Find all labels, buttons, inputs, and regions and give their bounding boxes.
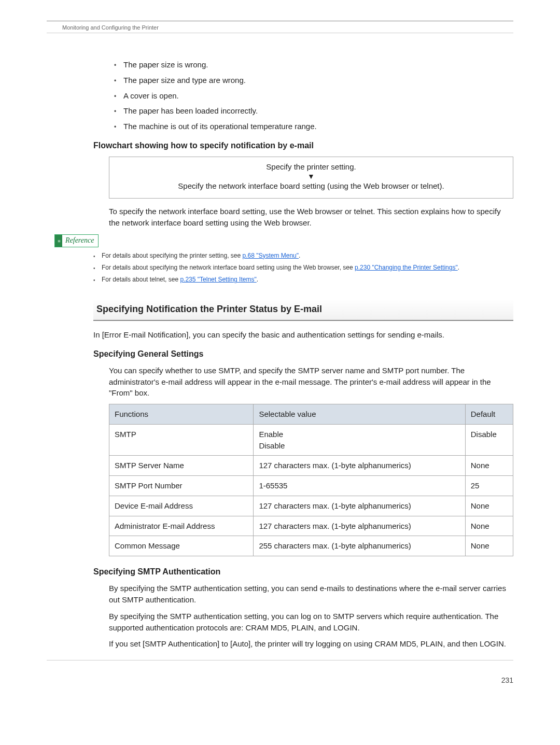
cell-default: None bbox=[465, 496, 513, 516]
list-item: The machine is out of its operational te… bbox=[114, 121, 513, 132]
running-header: Monitoring and Configuring the Printer bbox=[47, 24, 513, 33]
section-heading: Specifying Notification the Printer Stat… bbox=[93, 299, 513, 321]
cell-function: SMTP bbox=[109, 424, 254, 456]
smtp-auth-heading: Specifying SMTP Authentication bbox=[93, 566, 513, 578]
col-selectable: Selectable value bbox=[254, 404, 465, 425]
table-row: Common Message 255 characters max. (1-by… bbox=[109, 536, 513, 556]
table-header-row: Functions Selectable value Default bbox=[109, 404, 513, 425]
top-rule bbox=[47, 21, 513, 21]
cell-selectable: 127 characters max. (1-byte alphanumeric… bbox=[254, 496, 465, 516]
table-row: Administrator E-mail Address 127 charact… bbox=[109, 516, 513, 536]
flow-note: To specify the network interface board s… bbox=[109, 206, 513, 229]
table-row: SMTP Enable Disable Disable bbox=[109, 424, 513, 456]
page-number: 231 bbox=[501, 676, 513, 684]
cell-default: None bbox=[465, 456, 513, 476]
page: Monitoring and Configuring the Printer T… bbox=[0, 0, 560, 700]
reference-suffix: . bbox=[458, 264, 459, 271]
reference-link[interactable]: p.235 "Telnet Setting Items" bbox=[180, 276, 256, 283]
cell-selectable: 127 characters max. (1-byte alphanumeric… bbox=[254, 456, 465, 476]
list-item: The paper has been loaded incorrectly. bbox=[114, 105, 513, 117]
smtp-auth-p2: By specifying the SMTP authentication se… bbox=[109, 611, 513, 634]
table-row: Device E-mail Address 127 characters max… bbox=[109, 496, 513, 516]
reference-item: For details about specifying the printer… bbox=[93, 251, 513, 260]
smtp-auth-p3: If you set [SMTP Authentication] to [Aut… bbox=[109, 638, 513, 650]
cell-function: SMTP Port Number bbox=[109, 476, 254, 496]
flow-step-1: Specify the printer setting. bbox=[114, 161, 509, 173]
cell-function: Common Message bbox=[109, 536, 254, 556]
cell-function: Device E-mail Address bbox=[109, 496, 254, 516]
flow-arrow-icon: ▼ bbox=[114, 173, 509, 180]
cell-selectable: Enable Disable bbox=[254, 424, 465, 456]
reference-icon: ≡ bbox=[56, 238, 62, 244]
flowchart-heading: Flowchart showing how to specify notific… bbox=[93, 139, 513, 151]
cell-default: 25 bbox=[465, 476, 513, 496]
reference-item: For details about telnet, see p.235 "Tel… bbox=[93, 275, 513, 284]
cell-default: Disable bbox=[465, 424, 513, 456]
general-settings-table: Functions Selectable value Default SMTP … bbox=[109, 404, 513, 556]
reference-label: Reference bbox=[65, 236, 94, 244]
col-functions: Functions bbox=[109, 404, 254, 425]
reference-text: For details about telnet, see bbox=[102, 276, 180, 283]
table-row: SMTP Server Name 127 characters max. (1-… bbox=[109, 456, 513, 476]
reference-list: For details about specifying the printer… bbox=[93, 251, 513, 285]
content-area: The paper size is wrong. The paper size … bbox=[47, 59, 513, 650]
table-wrapper: Functions Selectable value Default SMTP … bbox=[109, 404, 513, 556]
section-intro: In [Error E-mail Notification], you can … bbox=[93, 329, 513, 341]
reference-link[interactable]: p.68 "System Menu" bbox=[242, 252, 299, 259]
general-settings-intro: You can specify whether to use SMTP, and… bbox=[109, 365, 513, 399]
issue-list: The paper size is wrong. The paper size … bbox=[93, 59, 513, 132]
cell-default: None bbox=[465, 536, 513, 556]
flow-step-2: Specify the network interface board sett… bbox=[114, 180, 509, 192]
smtp-auth-p1: By specifying the SMTP authentication se… bbox=[109, 583, 513, 606]
flowchart-box: Specify the printer setting. ▼ Specify t… bbox=[109, 157, 513, 199]
cell-function: Administrator E-mail Address bbox=[109, 516, 254, 536]
reference-text: For details about specifying the network… bbox=[102, 264, 355, 271]
list-item: The paper size and type are wrong. bbox=[114, 75, 513, 86]
cell-selectable: 127 characters max. (1-byte alphanumeric… bbox=[254, 516, 465, 536]
cell-default: None bbox=[465, 516, 513, 536]
reference-link[interactable]: p.230 "Changing the Printer Settings" bbox=[355, 264, 458, 271]
reference-item: For details about specifying the network… bbox=[93, 263, 513, 272]
table-row: SMTP Port Number 1-65535 25 bbox=[109, 476, 513, 496]
col-default: Default bbox=[465, 404, 513, 425]
cell-function: SMTP Server Name bbox=[109, 456, 254, 476]
page-footer: 231 bbox=[47, 660, 513, 684]
cell-selectable: 1-65535 bbox=[254, 476, 465, 496]
list-item: A cover is open. bbox=[114, 90, 513, 102]
list-item: The paper size is wrong. bbox=[114, 59, 513, 71]
reference-suffix: . bbox=[257, 276, 258, 283]
cell-selectable: 255 characters max. (1-byte alphanumeric… bbox=[254, 536, 465, 556]
reference-text: For details about specifying the printer… bbox=[102, 252, 242, 259]
general-settings-heading: Specifying General Settings bbox=[93, 348, 513, 360]
reference-badge: ≡Reference bbox=[54, 234, 513, 247]
reference-suffix: . bbox=[299, 252, 300, 259]
